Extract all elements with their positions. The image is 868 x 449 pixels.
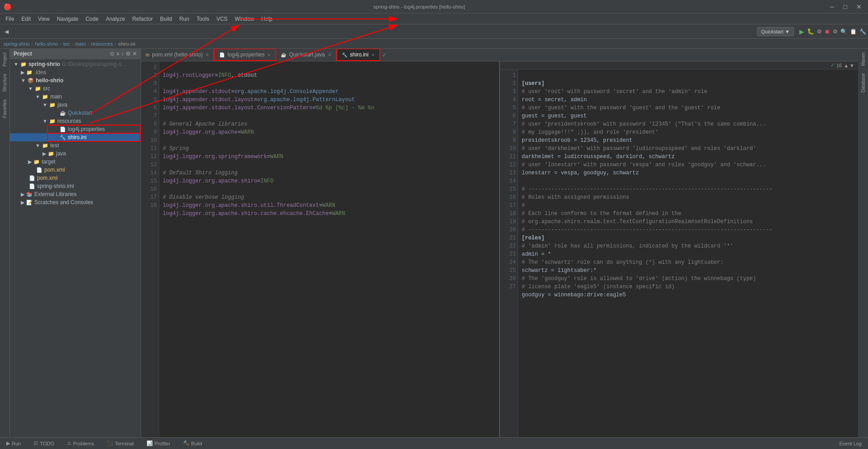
project-panel-title: Project <box>14 51 32 57</box>
tree-item-scratches[interactable]: ▶ 📝 Scratches and Consoles <box>10 198 141 206</box>
panel-icon-collapse[interactable]: ↕ <box>121 51 124 57</box>
structure-tab[interactable]: Structure <box>1 72 8 94</box>
menu-code[interactable]: Code <box>82 15 102 23</box>
panel-icon-settings[interactable]: ⚙ <box>126 51 131 57</box>
tree-item-log4j[interactable]: 📄 log4j.properties <box>10 125 141 133</box>
menu-help[interactable]: Help <box>258 15 276 23</box>
tab-close-log4j[interactable]: ✕ <box>267 52 271 57</box>
menu-vcs[interactable]: VCS <box>213 15 231 23</box>
bc-resources[interactable]: resources <box>91 41 113 47</box>
menu-view[interactable]: View <box>34 15 53 23</box>
tree-item-test[interactable]: ▼ 📁 test <box>10 141 141 150</box>
tree-extra: G:\Desktop\java\spring-s... <box>62 61 126 67</box>
panel-icon-sort[interactable]: ≡ <box>116 51 119 57</box>
tree-item-src[interactable]: ▼ 📁 src <box>10 84 141 93</box>
run-button[interactable]: ▶ <box>799 28 804 35</box>
menu-run[interactable]: Run <box>176 15 193 23</box>
favorites-tab[interactable]: Favorites <box>1 98 8 120</box>
event-log-btn[interactable]: Event Log <box>836 440 864 447</box>
maximize-button[interactable]: □ <box>841 2 850 11</box>
scroll-down[interactable]: ▼ <box>849 63 854 68</box>
menu-edit[interactable]: Edit <box>18 15 34 23</box>
menu-refactor[interactable]: Refactor <box>129 15 156 23</box>
menu-build[interactable]: Build <box>156 15 176 23</box>
folder-icon: 📁 <box>42 94 48 100</box>
terminal-btn[interactable]: ⬛ Terminal <box>104 440 137 447</box>
run-label: Run <box>12 441 21 446</box>
build-btn[interactable]: 🔨 Build <box>180 440 205 447</box>
bc-spring-shrio[interactable]: spring-shrio <box>4 41 29 47</box>
problems-icon: ⚠ <box>67 440 71 446</box>
tab-label-shiro: shiro.ini <box>350 51 368 58</box>
tab-pom[interactable]: m pom.xml (hello-shrio) ✕ <box>141 49 214 61</box>
panel-icon-scope[interactable]: ⊙ <box>110 51 114 57</box>
tree-item-quickstart[interactable]: ☕ Quickstart <box>10 109 141 117</box>
maven-tab[interactable]: Maven <box>860 51 867 68</box>
toolbar-search-icon[interactable]: 🔍 <box>840 28 847 35</box>
tree-item-pom-root[interactable]: 📄 pom.xml <box>10 174 141 182</box>
editor-area: m pom.xml (hello-shrio) ✕ 📄 log4j.proper… <box>141 49 858 437</box>
close-button[interactable]: ✕ <box>854 2 864 11</box>
database-tab[interactable]: Database <box>860 71 867 94</box>
menu-file[interactable]: File <box>2 15 18 23</box>
tree-item-ext-libs[interactable]: ▶ 📚 External Libraries <box>10 190 141 198</box>
iml-file-icon: 📄 <box>29 183 35 189</box>
tree-item-hello-shrio[interactable]: ▼ 📦 hello-shrio <box>10 76 141 84</box>
tree-item-test-java[interactable]: ▶ 📁 java <box>10 150 141 158</box>
tab-icon-props: 📄 <box>219 52 225 57</box>
toolbar-back-icon[interactable]: ◀ <box>2 28 11 36</box>
menu-navigate[interactable]: Navigate <box>53 15 82 23</box>
tab-icon-ini: 🔧 <box>342 52 347 57</box>
quickstart-dropdown[interactable]: Quickstart ▼ <box>757 27 794 36</box>
tab-close-pom[interactable]: ✕ <box>205 52 209 57</box>
tool-icon2[interactable]: 🔧 <box>859 28 866 35</box>
tree-label: External Libraries <box>34 191 76 197</box>
todo-icon: ☑ <box>33 440 38 446</box>
bc-main[interactable]: main <box>75 41 86 47</box>
project-panel: Project ⊙ ≡ ↕ ⚙ ✕ ▼ 📁 spring-shrio G:\De… <box>10 49 141 437</box>
editors-split: 12345 678910 1112131415 161718 log4j.roo… <box>141 61 858 437</box>
bc-hello-shrio[interactable]: hello-shrio <box>35 41 58 47</box>
run-coverage-button[interactable]: ⚙ <box>817 28 822 35</box>
left-panel-tabs: Project Structure Favorites <box>0 49 10 437</box>
toolbar-more[interactable]: ⚙ <box>833 28 838 35</box>
shiro-code-text[interactable]: [users] # user 'root' with password 'sec… <box>518 70 858 437</box>
tree-label: Scratches and Consoles <box>34 199 93 206</box>
tab-close-shiro[interactable]: ✕ <box>371 52 375 57</box>
tree-item-resources[interactable]: ▼ 📁 resources <box>10 117 141 125</box>
tree-item-shiro-ini[interactable]: 🔧 shiro.ini <box>10 133 141 141</box>
profiler-icon: 📊 <box>146 440 153 446</box>
bc-src[interactable]: src <box>63 41 70 47</box>
scroll-up[interactable]: ▲ <box>844 63 849 68</box>
tool-icon1[interactable]: 📋 <box>850 28 857 35</box>
problems-btn[interactable]: ⚠ Problems <box>64 440 97 447</box>
tree-item-main[interactable]: ▼ 📁 main <box>10 93 141 101</box>
profiler-btn[interactable]: 📊 Profiler <box>144 440 173 447</box>
project-tab[interactable]: Project <box>1 51 8 68</box>
minimize-button[interactable]: ─ <box>827 2 837 11</box>
debug-button[interactable]: 🐛 <box>807 28 814 35</box>
tree-item-pom-hello[interactable]: 📄 pom.xml <box>10 166 141 174</box>
tab-close-quickstart[interactable]: ✕ <box>328 52 331 57</box>
tab-log4j[interactable]: 📄 log4j.properties ✕ <box>214 49 276 61</box>
expand-icon: ▼ <box>42 102 47 108</box>
menu-analyze[interactable]: Analyze <box>102 15 129 23</box>
tree-item-idea[interactable]: ▶ 📁 .idea <box>10 68 141 76</box>
props-file-icon: 📄 <box>60 126 66 132</box>
menu-tools[interactable]: Tools <box>193 15 213 23</box>
log4j-code-content: 12345 678910 1112131415 161718 log4j.roo… <box>141 61 499 437</box>
tab-shiro[interactable]: 🔧 shiro.ini ✕ <box>336 49 380 61</box>
menu-window[interactable]: Window <box>231 15 258 23</box>
tree-item-spring-shrio[interactable]: ▼ 📁 spring-shrio G:\Desktop\java\spring-… <box>10 60 141 68</box>
stop-button[interactable]: ⏹ <box>825 28 830 35</box>
panel-icon-hide[interactable]: ✕ <box>132 51 137 57</box>
tree-item-iml[interactable]: 📄 spring-shrio.iml <box>10 182 141 190</box>
bc-shiro-ini[interactable]: shiro.ini <box>118 41 135 47</box>
run-bottom-btn[interactable]: ▶ Run <box>4 440 24 447</box>
log4j-code-text[interactable]: log4j.rootLogger=INFO, stdout log4j.appe… <box>159 61 499 437</box>
tab-quickstart[interactable]: ☕ Quickstart.java ✕ <box>276 49 336 61</box>
todo-btn[interactable]: ☑ TODO <box>31 440 57 447</box>
tree-label: spring-shrio.iml <box>37 183 74 189</box>
tree-item-java[interactable]: ▼ 📁 java <box>10 101 141 109</box>
tree-item-target[interactable]: ▶ 📁 target <box>10 158 141 166</box>
